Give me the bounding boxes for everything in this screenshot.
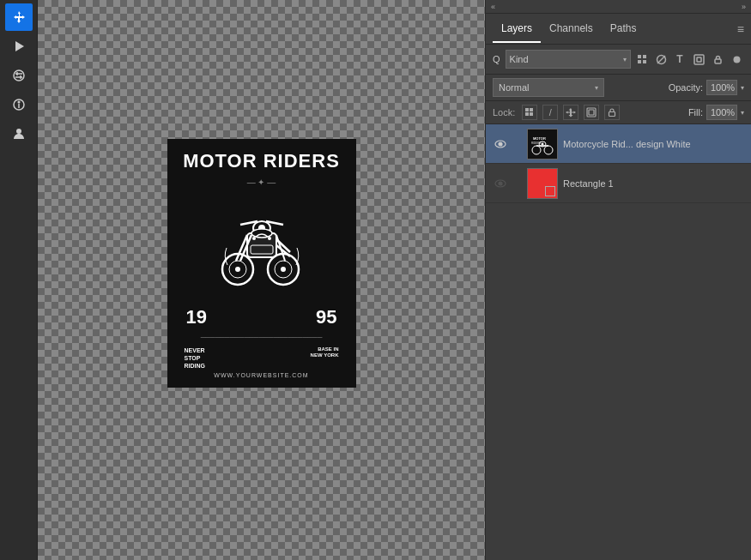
filter-icon-shape[interactable] xyxy=(691,51,706,67)
tabs-row: Layers Channels Paths ≡ xyxy=(486,14,751,45)
lock-icon-move[interactable] xyxy=(563,105,578,120)
layer-item-motorcycle[interactable]: MOTOR RIDERS Motorcycle Rid... design Wh… xyxy=(486,124,751,164)
year-right: 95 xyxy=(316,306,336,328)
layers-list: MOTOR RIDERS Motorcycle Rid... design Wh… xyxy=(486,124,751,560)
artwork-title: MOTOR RIDERS xyxy=(183,151,340,172)
blend-row: Normal ▾ Opacity: 100% ▾ xyxy=(486,75,751,101)
right-panel: « » Layers Channels Paths ≡ Q Kind ▾ xyxy=(485,0,751,560)
svg-rect-43 xyxy=(530,112,533,116)
filter-icon-text[interactable]: T xyxy=(672,51,687,67)
svg-point-23 xyxy=(281,267,286,272)
svg-rect-41 xyxy=(530,108,533,111)
main-area: MOTOR RIDERS — ✦ — xyxy=(38,0,751,560)
fill-label: Fill: xyxy=(688,107,703,117)
play-tool[interactable] xyxy=(5,33,33,60)
opacity-input[interactable]: 100% xyxy=(706,80,737,95)
filter-icon-lock[interactable] xyxy=(710,51,725,67)
svg-point-1 xyxy=(14,70,24,81)
svg-rect-37 xyxy=(697,57,701,62)
artwork-tagline-left: NEVER STOP RIDING xyxy=(185,346,206,370)
fill-input[interactable]: 100% xyxy=(706,105,737,120)
svg-point-8 xyxy=(18,101,20,103)
svg-text:MOTOR: MOTOR xyxy=(533,136,546,141)
year-left: 19 xyxy=(186,306,207,328)
layer-thumbnail-rectangle xyxy=(527,168,558,199)
panel-header-bar: « » xyxy=(486,0,751,14)
svg-rect-32 xyxy=(638,60,641,63)
canvas-area: MOTOR RIDERS — ✦ — xyxy=(38,0,485,560)
artwork-text-section: NEVER STOP RIDING BASE IN NEW YORK xyxy=(178,346,346,370)
artwork-canvas: MOTOR RIDERS — ✦ — xyxy=(167,139,356,388)
svg-rect-33 xyxy=(643,60,646,63)
lock-label: Lock: xyxy=(493,107,515,117)
svg-rect-31 xyxy=(643,55,646,58)
lock-icon-pixels[interactable] xyxy=(522,105,537,120)
filter-icon-dot[interactable] xyxy=(729,51,744,67)
fill-row: Fill: 100% ▾ xyxy=(688,105,744,120)
tab-paths[interactable]: Paths xyxy=(602,15,645,43)
svg-line-19 xyxy=(276,235,285,261)
lock-icon-brush[interactable]: / xyxy=(542,105,558,120)
collapse-left-arrow[interactable]: « xyxy=(491,3,495,11)
svg-marker-0 xyxy=(15,41,24,51)
svg-rect-36 xyxy=(694,55,704,64)
artwork-tagline-right: BASE IN NEW YORK xyxy=(311,346,339,370)
kind-dropdown-arrow: ▾ xyxy=(623,56,627,63)
person-tool[interactable] xyxy=(5,120,33,148)
svg-rect-42 xyxy=(525,112,529,116)
opacity-dropdown-arrow[interactable]: ▾ xyxy=(741,84,744,92)
left-toolbar xyxy=(0,0,38,560)
filter-icons: T xyxy=(634,51,744,67)
fill-dropdown-arrow[interactable]: ▾ xyxy=(741,109,744,117)
opacity-row: Opacity: 100% ▾ xyxy=(669,80,744,95)
artwork-website: WWW.YOURWEBSITE.COM xyxy=(214,372,308,378)
svg-rect-38 xyxy=(715,59,721,63)
layer-visibility-motorcycle[interactable] xyxy=(493,140,508,148)
artwork-years: 19 95 xyxy=(178,306,346,328)
filter-icon-circle[interactable] xyxy=(653,51,669,67)
tab-channels[interactable]: Channels xyxy=(541,15,602,43)
collapse-right-arrow[interactable]: » xyxy=(742,3,746,11)
svg-point-39 xyxy=(733,56,740,63)
move-tool[interactable] xyxy=(5,3,33,31)
adjust-tool[interactable] xyxy=(5,62,33,89)
svg-rect-46 xyxy=(609,112,615,117)
artwork-motorcycle xyxy=(206,192,318,304)
blend-mode-dropdown[interactable]: Normal ▾ xyxy=(493,78,604,97)
svg-point-20 xyxy=(251,229,272,238)
svg-point-48 xyxy=(499,142,502,146)
blend-dropdown-arrow: ▾ xyxy=(595,84,598,92)
tab-layers[interactable]: Layers xyxy=(493,15,541,43)
lock-icon-lock[interactable] xyxy=(604,105,620,120)
svg-point-9 xyxy=(16,129,21,134)
search-bar: Q Kind ▾ T xyxy=(486,45,751,75)
search-icon: Q xyxy=(493,54,500,64)
layer-visibility-rectangle[interactable] xyxy=(493,179,508,188)
svg-rect-30 xyxy=(638,55,641,58)
svg-rect-45 xyxy=(589,110,594,115)
svg-point-26 xyxy=(235,267,240,272)
lock-row: Lock: / Fill: 100% ▾ xyxy=(486,101,751,124)
info-tool[interactable] xyxy=(5,91,33,118)
red-rect-inner xyxy=(545,186,555,196)
layer-name-rectangle: Rectangle 1 xyxy=(563,178,744,189)
kind-dropdown[interactable]: Kind ▾ xyxy=(506,50,631,69)
filter-icon-grid[interactable] xyxy=(634,51,650,67)
opacity-label: Opacity: xyxy=(669,82,703,93)
svg-point-28 xyxy=(252,237,256,240)
layer-thumbnail-motorcycle: MOTOR RIDERS xyxy=(527,129,558,160)
layer-item-rectangle[interactable]: Rectangle 1 xyxy=(486,164,751,203)
layer-name-motorcycle: Motorcycle Rid... design White xyxy=(563,139,744,149)
panel-menu-icon[interactable]: ≡ xyxy=(737,22,744,36)
lock-icon-artboard[interactable] xyxy=(584,105,599,120)
svg-point-29 xyxy=(268,237,271,240)
svg-rect-40 xyxy=(525,108,529,111)
svg-point-56 xyxy=(542,142,544,145)
svg-point-58 xyxy=(499,182,502,185)
red-rect-thumb xyxy=(528,169,557,198)
